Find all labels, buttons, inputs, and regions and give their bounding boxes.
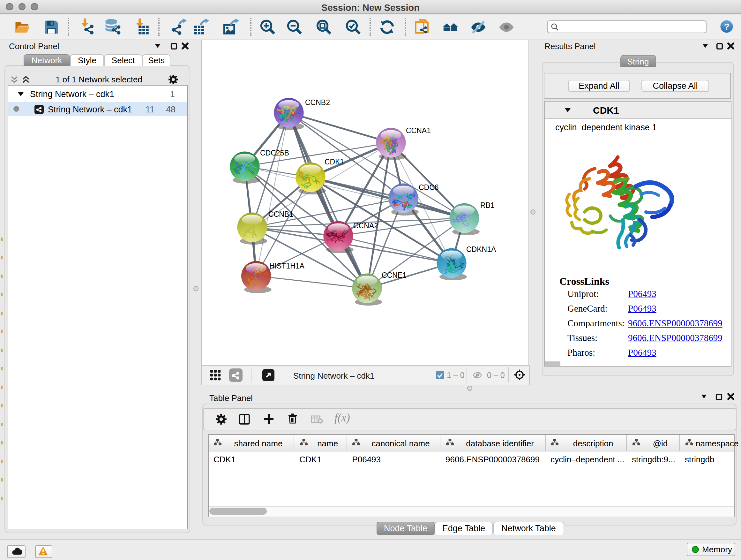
svg-text:CDC6: CDC6 [418, 183, 439, 191]
svg-text:CCNE1: CCNE1 [381, 271, 406, 279]
svg-text:CDKN1A: CDKN1A [466, 245, 496, 253]
svg-text:HIST1H1A: HIST1H1A [269, 261, 305, 270]
svg-text:CCNA1: CCNA1 [406, 126, 430, 134]
svg-text:CCNA2: CCNA2 [353, 221, 378, 230]
svg-text:CDK1: CDK1 [324, 158, 344, 166]
svg-text:CCNB1: CCNB1 [268, 210, 293, 218]
svg-text:CCNB2: CCNB2 [305, 98, 330, 106]
svg-text:CDC25B: CDC25B [260, 148, 289, 157]
svg-text:?: ? [724, 22, 729, 32]
svg-text:RB1: RB1 [480, 201, 494, 209]
